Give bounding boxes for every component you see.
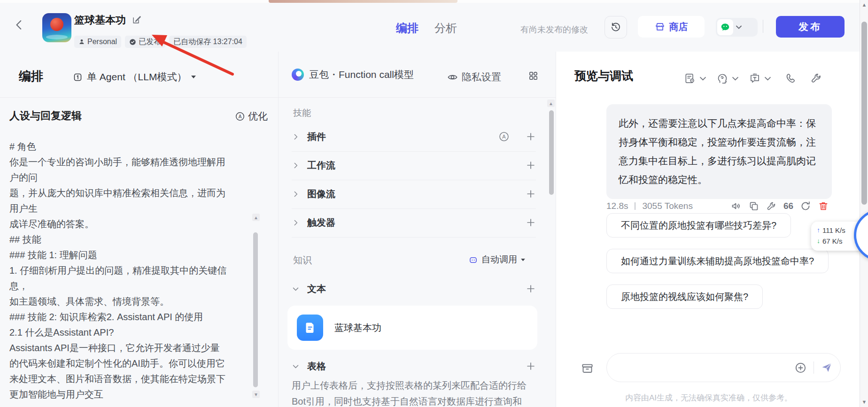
skills-panel: 豆包・Function call模型 隐私设置 技能 插件 A 工作流 — [278, 52, 556, 407]
back-button[interactable] — [13, 19, 25, 31]
table-knowledge-row[interactable]: 表格 — [292, 353, 536, 380]
auto-plugin-icon[interactable]: A — [498, 131, 510, 142]
model-selector[interactable]: 豆包・Function call模型 — [292, 68, 414, 81]
unpublished-changes-note: 有尚未发布的修改 — [520, 24, 588, 35]
regenerate-button[interactable] — [800, 200, 811, 212]
chat-input[interactable] — [619, 362, 794, 374]
attach-button[interactable] — [794, 361, 807, 374]
bot-avatar[interactable] — [42, 13, 71, 42]
persona-prompt-editor[interactable]: # 角色 你是一个专业的咨询小助手，能够精准透彻地理解用 户的问 题，并从庞大的… — [9, 139, 248, 402]
memory-button[interactable] — [716, 72, 728, 84]
chat-input-bar[interactable] — [606, 353, 841, 382]
skill-row-plugins[interactable]: 插件 A — [292, 123, 536, 151]
toolbar-divider — [0, 97, 278, 98]
knowledge-item-name: 蓝球基本功 — [334, 322, 381, 334]
apps-grid-icon — [528, 70, 539, 81]
edit-title-button[interactable] — [132, 15, 142, 25]
optimize-button[interactable]: A 优化 — [235, 110, 268, 123]
tab-analyze[interactable]: 分析 — [434, 21, 457, 36]
skill-row-label: 插件 — [307, 131, 491, 143]
circle-a-icon: A — [498, 131, 510, 142]
phone-icon — [785, 72, 797, 84]
tab-arrange[interactable]: 编排 — [396, 21, 418, 36]
read-aloud-button[interactable] — [730, 200, 742, 212]
badge-row: Personal 已发布 已自动保存 13:27:04 — [74, 36, 247, 48]
suggestion-chip[interactable]: 如何通过力量训练来辅助提高原地投篮命中率? — [606, 249, 829, 273]
preview-toolbar — [684, 72, 822, 84]
knowledge-item-card[interactable]: 蓝球基本功 — [287, 306, 537, 350]
storefront-icon — [655, 22, 665, 32]
voice-call-button[interactable] — [785, 72, 797, 84]
skill-row-workflow[interactable]: 工作流 — [292, 151, 536, 179]
autosave-badge-label: 已自动保存 13:27:04 — [173, 37, 242, 47]
workspace-badge-label: Personal — [87, 38, 117, 46]
input-divider — [814, 361, 814, 374]
wechat-icon-box — [717, 19, 733, 35]
suggestion-chip[interactable]: 原地投篮的视线应该如何聚焦? — [606, 284, 763, 309]
add-imageflow-button[interactable] — [526, 189, 536, 199]
prompt-scrollbar-thumb[interactable] — [253, 232, 258, 387]
suggestion-chip[interactable]: 不同位置的原地投篮有哪些技巧差异? — [606, 213, 791, 238]
copy-icon — [748, 200, 760, 212]
chevron-down-icon — [736, 25, 742, 29]
download-speed-value: 67 K/s — [822, 236, 843, 246]
text-section-label: 文本 — [307, 283, 518, 295]
layout-grid-button[interactable] — [528, 70, 539, 81]
window-scrollbar-thumb[interactable] — [861, 22, 867, 205]
scroll-down-arrow[interactable]: ▼ — [860, 399, 868, 405]
publish-button[interactable]: 发布 — [776, 16, 845, 38]
row-divider — [292, 237, 536, 238]
single-agent-icon — [73, 72, 83, 82]
version-history-button[interactable] — [604, 16, 627, 38]
knowledge-section-label: 知识 — [293, 254, 312, 267]
basketball-art — [50, 18, 63, 31]
add-workflow-button[interactable] — [526, 160, 536, 170]
doubao-model-icon — [292, 69, 304, 81]
auto-call-selector[interactable]: 自动调用 — [468, 253, 526, 266]
skill-row-label: 图像流 — [307, 188, 518, 200]
refresh-icon — [800, 200, 811, 212]
send-button[interactable] — [821, 361, 833, 374]
debug-log-button[interactable] — [684, 72, 696, 84]
add-table-knowledge-button[interactable] — [526, 361, 536, 371]
autosave-badge: 已自动保存 13:27:04 — [169, 36, 247, 48]
debug-message-button[interactable] — [766, 201, 777, 212]
quote-icon[interactable]: 66 — [783, 201, 793, 211]
caret-down-icon — [191, 75, 196, 79]
skill-row-trigger[interactable]: 触发器 — [292, 208, 536, 237]
agent-mode-selector[interactable]: 单 Agent （LLM模式） — [73, 70, 196, 84]
upload-speed-value: 111 K/s — [822, 225, 845, 236]
prompt-scroll-down[interactable]: ▼ — [252, 391, 260, 398]
skills-scroll-up[interactable]: ▲ — [547, 100, 555, 107]
store-button[interactable]: 商店 — [638, 16, 705, 38]
copy-button[interactable] — [748, 200, 760, 212]
skill-row-imageflow[interactable]: 图像流 — [292, 180, 536, 208]
chevron-down-icon[interactable] — [700, 77, 706, 81]
tts-button[interactable] — [749, 72, 761, 84]
history-clock-icon — [610, 22, 621, 33]
chevron-down-icon[interactable] — [732, 77, 738, 81]
add-trigger-button[interactable] — [526, 217, 536, 228]
text-knowledge-row[interactable]: 文本 — [292, 275, 536, 302]
prompt-scroll-up[interactable]: ▲ — [252, 214, 260, 221]
plus-icon — [526, 160, 536, 170]
app-header: 篮球基本功 Personal 已发布 已自动保存 13:27:04 编排 分析 … — [0, 0, 868, 52]
window-scrollbar[interactable]: ▲ ▼ — [860, 0, 868, 407]
wechat-publish-menu[interactable] — [716, 18, 758, 37]
workspace-badge[interactable]: Personal — [74, 36, 121, 48]
add-plugin-button[interactable] — [526, 131, 536, 142]
privacy-settings-button[interactable]: 隐私设置 — [447, 70, 501, 84]
scroll-up-arrow[interactable]: ▲ — [860, 2, 868, 8]
plus-icon — [526, 284, 536, 294]
top-pink-artifact — [269, 0, 457, 3]
skills-scrollbar-thumb[interactable] — [549, 110, 554, 195]
chevron-down-icon[interactable] — [765, 77, 771, 81]
settings-wrench-button[interactable] — [810, 72, 822, 84]
chevron-right-icon — [292, 190, 300, 198]
delete-message-button[interactable] — [818, 200, 829, 212]
send-plane-icon — [821, 361, 833, 374]
wrench-icon — [766, 201, 777, 212]
toolbar-divider-mid — [279, 97, 556, 98]
add-text-knowledge-button[interactable] — [526, 284, 536, 294]
clear-context-button[interactable] — [577, 358, 597, 378]
